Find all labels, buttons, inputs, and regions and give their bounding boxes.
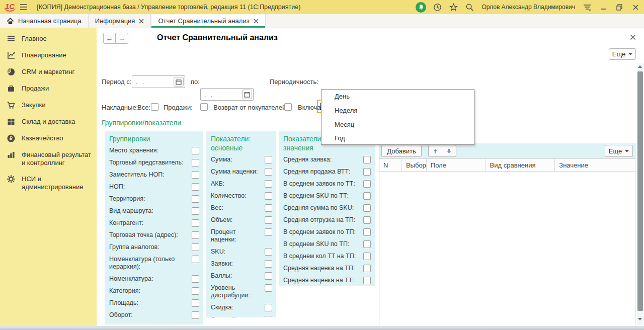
invoices-all-checkbox[interactable] bbox=[151, 103, 158, 111]
sidebar-item-financial-result[interactable]: Финансовый результат и контроллинг bbox=[0, 147, 97, 171]
favorites-star-icon[interactable] bbox=[448, 2, 459, 13]
grouping-checkbox[interactable] bbox=[192, 183, 199, 191]
indicator-checkbox[interactable] bbox=[363, 156, 371, 163]
indicator-checkbox[interactable] bbox=[265, 228, 272, 236]
main-menu-icon[interactable] bbox=[18, 2, 29, 13]
grouping-checkbox[interactable] bbox=[192, 207, 199, 215]
sidebar-item-planning[interactable]: Планирование bbox=[0, 47, 97, 64]
dropdown-option-year[interactable]: Год bbox=[321, 131, 474, 145]
indicator-checkbox[interactable] bbox=[363, 253, 371, 260]
indicator-checkbox[interactable] bbox=[265, 304, 272, 311]
column-header-vid-sravneniya[interactable]: Вид сравнения bbox=[486, 159, 555, 171]
sidebar-item-main[interactable]: Главное bbox=[0, 31, 97, 47]
cart-icon bbox=[7, 101, 16, 110]
column-header-n[interactable]: N bbox=[379, 159, 402, 171]
tab-close-icon[interactable] bbox=[254, 19, 259, 24]
scrollbar-thumb[interactable] bbox=[637, 71, 643, 311]
notifications-bell-icon[interactable] bbox=[416, 2, 426, 13]
column-header-pole[interactable]: Поле bbox=[427, 159, 486, 171]
indicator-checkbox[interactable] bbox=[265, 316, 272, 317]
grouping-checkbox[interactable] bbox=[192, 287, 199, 295]
move-down-button[interactable] bbox=[442, 145, 456, 157]
scroll-down-icon[interactable] bbox=[638, 318, 642, 320]
indicator-checkbox[interactable] bbox=[265, 204, 272, 212]
grouping-checkbox[interactable] bbox=[192, 231, 199, 239]
indicator-checkbox[interactable] bbox=[363, 265, 371, 272]
indicator-checkbox[interactable] bbox=[363, 168, 371, 176]
column-header-znachenie[interactable]: Значение bbox=[555, 159, 635, 171]
grouping-checkbox[interactable] bbox=[192, 299, 199, 307]
minimize-icon[interactable] bbox=[598, 2, 609, 13]
vertical-scrollbar[interactable] bbox=[637, 63, 643, 325]
grouping-checkbox[interactable] bbox=[192, 275, 199, 283]
sidebar-item-sales[interactable]: Продажи bbox=[0, 80, 97, 97]
sidebar-item-warehouse-delivery[interactable]: Склад и доставка bbox=[0, 114, 97, 130]
calendar-icon[interactable] bbox=[242, 90, 252, 99]
invoices-sales-checkbox[interactable] bbox=[200, 103, 208, 111]
more-button-top[interactable]: Еще bbox=[609, 48, 636, 60]
tab-comparative-analysis-report[interactable]: Отчет Сравнительный анализ bbox=[151, 14, 265, 28]
sidebar-item-purchasing[interactable]: Закупки bbox=[0, 97, 97, 114]
sidebar-item-nsi-administration[interactable]: НСИ и администрирование bbox=[0, 171, 97, 195]
indicator-checkbox[interactable] bbox=[265, 272, 272, 280]
grouping-checkbox[interactable] bbox=[192, 256, 199, 263]
indicator-checkbox[interactable] bbox=[363, 204, 371, 212]
more-button-table[interactable]: Еще bbox=[605, 145, 633, 157]
indicator-checkbox[interactable] bbox=[265, 192, 272, 200]
scroll-up-icon[interactable] bbox=[638, 65, 642, 68]
service-menu-icon[interactable] bbox=[582, 2, 593, 13]
indicator-checkbox[interactable] bbox=[265, 260, 272, 268]
current-user[interactable]: Орлов Александр Владимирович bbox=[481, 4, 575, 11]
dropdown-option-week[interactable]: Неделя bbox=[321, 104, 474, 118]
indicator-checkbox[interactable] bbox=[363, 277, 371, 284]
column-header-vybor[interactable]: Выбор bbox=[402, 159, 427, 171]
grouping-checkbox[interactable] bbox=[192, 171, 199, 179]
calendar-icon[interactable] bbox=[174, 77, 184, 87]
selection-table-body[interactable] bbox=[379, 172, 635, 326]
indicator-checkbox[interactable] bbox=[363, 192, 371, 200]
back-button[interactable]: ← bbox=[103, 33, 116, 44]
grouping-checkbox[interactable] bbox=[192, 311, 199, 319]
indicator-checkbox[interactable] bbox=[265, 168, 272, 176]
indicator-checkbox[interactable] bbox=[265, 216, 272, 224]
dropdown-option-day[interactable]: День bbox=[321, 90, 474, 104]
forward-button[interactable]: → bbox=[116, 33, 128, 44]
tab-label: Начальная страница bbox=[18, 17, 82, 25]
arrow-down-icon bbox=[446, 148, 452, 154]
indicator-checkbox[interactable] bbox=[265, 156, 272, 163]
close-form-icon[interactable] bbox=[630, 34, 636, 40]
period-to-input[interactable]: . . bbox=[200, 88, 254, 101]
grouping-checkbox[interactable] bbox=[192, 147, 199, 154]
sidebar-item-treasury[interactable]: ₽ Казначейство bbox=[0, 130, 97, 147]
indicator-checkbox[interactable] bbox=[363, 228, 371, 236]
dropdown-option-month[interactable]: Месяц bbox=[321, 117, 474, 131]
tab-label: Информация bbox=[95, 17, 135, 25]
move-up-button[interactable] bbox=[428, 145, 442, 157]
period-to-label: по: bbox=[191, 78, 200, 86]
briefcase-icon bbox=[7, 84, 16, 93]
grouping-checkbox[interactable] bbox=[192, 159, 199, 167]
search-icon[interactable] bbox=[464, 2, 475, 13]
indicator-checkbox[interactable] bbox=[363, 240, 371, 248]
restore-window-icon[interactable] bbox=[614, 2, 625, 13]
sidebar-item-crm-marketing[interactable]: CRM и маркетинг bbox=[0, 64, 97, 80]
indicator-checkbox[interactable] bbox=[363, 216, 371, 224]
indicator-checkbox[interactable] bbox=[265, 248, 272, 256]
groupings-indicators-link[interactable]: Группировки/показатели bbox=[102, 119, 181, 127]
invoices-sales-label: Продажи: bbox=[164, 104, 193, 111]
add-button[interactable]: Добавить bbox=[381, 145, 422, 157]
indicator-checkbox[interactable] bbox=[363, 180, 371, 188]
period-from-input[interactable]: . . bbox=[132, 75, 185, 88]
grouping-checkbox[interactable] bbox=[192, 219, 199, 227]
grouping-checkbox[interactable] bbox=[192, 243, 199, 251]
tab-information[interactable]: Информация bbox=[89, 14, 151, 28]
grouping-checkbox[interactable] bbox=[192, 195, 199, 203]
tab-home[interactable]: Начальная страница bbox=[0, 14, 89, 28]
history-icon[interactable] bbox=[432, 2, 443, 13]
tab-close-icon[interactable] bbox=[139, 19, 144, 24]
window-bottom-edge bbox=[0, 326, 644, 330]
indicator-checkbox[interactable] bbox=[265, 284, 272, 292]
indicator-checkbox[interactable] bbox=[265, 180, 272, 188]
close-window-icon[interactable] bbox=[630, 2, 641, 13]
invoices-returns-checkbox[interactable] bbox=[284, 103, 292, 111]
